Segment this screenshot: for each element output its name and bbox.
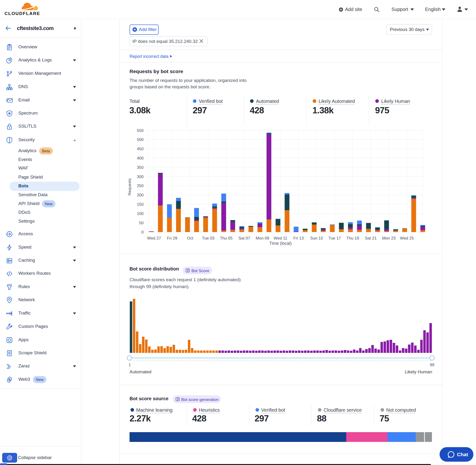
svg-text:Mon 23: Mon 23 <box>382 236 396 241</box>
svg-text:300: 300 <box>137 175 144 179</box>
svg-text:0: 0 <box>141 230 144 234</box>
svg-text:Fri 29: Fri 29 <box>167 236 177 241</box>
svg-text:500: 500 <box>137 137 144 142</box>
svg-text:450: 450 <box>137 147 144 151</box>
svg-text:Tue 03: Tue 03 <box>202 236 214 241</box>
svg-text:400: 400 <box>137 156 144 160</box>
svg-text:200: 200 <box>137 193 144 197</box>
svg-text:Requests: Requests <box>127 178 132 195</box>
svg-text:Sat 07: Sat 07 <box>239 236 250 241</box>
svg-text:Sun 15: Sun 15 <box>310 236 323 241</box>
svg-text:Thu 05: Thu 05 <box>220 236 233 241</box>
svg-text:50: 50 <box>139 221 144 225</box>
svg-text:Oct: Oct <box>187 236 193 241</box>
svg-text:250: 250 <box>137 184 144 188</box>
svg-text:350: 350 <box>137 165 144 170</box>
svg-text:Wed 11: Wed 11 <box>274 236 287 241</box>
svg-text:550: 550 <box>137 128 144 133</box>
svg-text:Wed 25: Wed 25 <box>400 236 414 241</box>
svg-text:Thu 19: Thu 19 <box>347 236 359 241</box>
svg-text:Fri 13: Fri 13 <box>293 236 304 241</box>
svg-text:150: 150 <box>137 202 144 207</box>
svg-text:Sat 21: Sat 21 <box>365 236 377 241</box>
svg-text:Time (local): Time (local) <box>269 241 291 246</box>
svg-text:Tue 17: Tue 17 <box>328 236 341 241</box>
svg-text:100: 100 <box>137 211 144 216</box>
svg-text:Mon 09: Mon 09 <box>256 236 269 241</box>
svg-text:Wed 27: Wed 27 <box>147 236 161 241</box>
